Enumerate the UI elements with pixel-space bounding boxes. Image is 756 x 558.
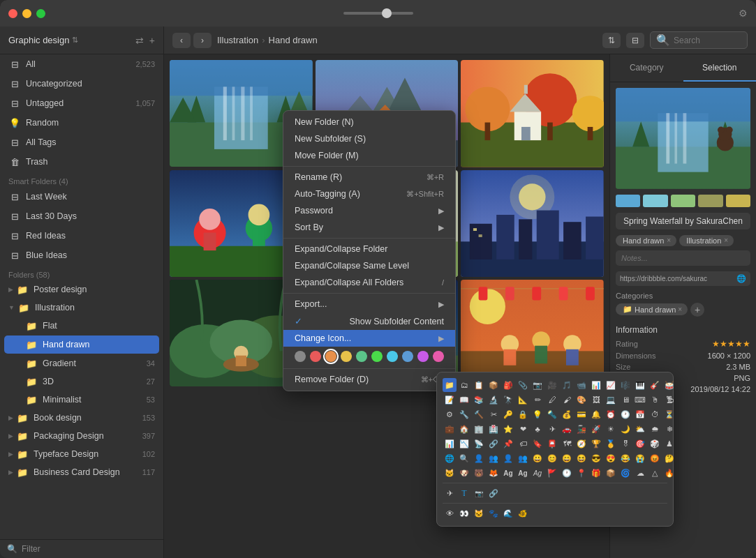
icon-cell-47[interactable]: ⏳ bbox=[662, 407, 676, 421]
cm-export[interactable]: Export... ▶ bbox=[283, 296, 455, 312]
color-dot-yellow[interactable] bbox=[341, 351, 352, 362]
icon-cell-91[interactable]: 😍 bbox=[604, 451, 618, 465]
cat-remove[interactable]: × bbox=[678, 306, 682, 313]
icon-cell-74[interactable]: 🏆 bbox=[589, 437, 603, 451]
cm-expand-all[interactable]: Expand/Collapse All Folders / bbox=[283, 274, 455, 291]
icon-cell-52[interactable]: ⭐ bbox=[501, 422, 515, 436]
sidebar-item-blue-ideas[interactable]: ⊟ Blue Ideas bbox=[0, 246, 163, 265]
icon-cell-8[interactable]: 🎵 bbox=[560, 378, 574, 392]
icon-cell-101[interactable]: Ag bbox=[516, 466, 530, 480]
icon-cell-51[interactable]: 🏥 bbox=[487, 422, 501, 436]
icon-cell-instagram[interactable]: 📷 bbox=[472, 486, 486, 500]
icon-cell-eye[interactable]: 👁 bbox=[443, 506, 457, 520]
icon-cell-15[interactable]: 🥁 bbox=[662, 378, 676, 392]
sidebar-item-business-card[interactable]: ▶ 📁 Business Card Design 117 bbox=[0, 463, 163, 481]
tab-selection[interactable]: Selection bbox=[683, 54, 757, 82]
icon-cell-25[interactable]: 🎨 bbox=[575, 393, 588, 407]
icon-cell-50[interactable]: 🏢 bbox=[472, 422, 486, 436]
icon-cell-103[interactable]: 🚩 bbox=[545, 466, 559, 480]
icon-cell-1[interactable]: 🗂 bbox=[457, 378, 471, 392]
icon-cell-43[interactable]: ⏰ bbox=[604, 407, 618, 421]
icon-cell-27[interactable]: 💻 bbox=[604, 393, 618, 407]
icon-cell-34[interactable]: 🔨 bbox=[472, 407, 486, 421]
icon-cell-19[interactable]: 🔬 bbox=[487, 393, 501, 407]
icon-cell-93[interactable]: 😭 bbox=[633, 451, 647, 465]
icon-cell-69[interactable]: 🏷 bbox=[516, 437, 530, 451]
icon-cell-39[interactable]: 🔦 bbox=[545, 407, 559, 421]
icon-cell-92[interactable]: 😂 bbox=[618, 451, 632, 465]
color-dot-light-green[interactable] bbox=[371, 351, 383, 362]
sidebar-item-typeface[interactable]: ▶ 📁 Typeface Design 102 bbox=[0, 445, 163, 463]
icon-cell-60[interactable]: 🌙 bbox=[618, 422, 632, 436]
sort-button[interactable]: ⇅ bbox=[602, 33, 621, 48]
cm-expand-collapse[interactable]: Expand/Collapse Folder bbox=[283, 241, 455, 257]
icon-cell-100[interactable]: Ag bbox=[501, 466, 515, 480]
icon-cell-twitter[interactable]: 𝕋 bbox=[457, 486, 471, 500]
icon-cell-89[interactable]: 😆 bbox=[575, 451, 588, 465]
icon-cell-46[interactable]: ⏱ bbox=[648, 407, 662, 421]
icon-cell-80[interactable]: 🌐 bbox=[443, 451, 457, 465]
icon-cell-79[interactable]: ♟ bbox=[662, 437, 676, 451]
icon-cell-42[interactable]: 🔔 bbox=[589, 407, 603, 421]
icon-cell-44[interactable]: 🕐 bbox=[618, 407, 632, 421]
icon-cell-17[interactable]: 📖 bbox=[457, 393, 471, 407]
icon-cell-81[interactable]: 🔍 bbox=[457, 451, 471, 465]
icon-cell-26[interactable]: 🖼 bbox=[589, 393, 603, 407]
icon-cell-29[interactable]: ⌨ bbox=[633, 393, 647, 407]
icon-cell-53[interactable]: ❤ bbox=[516, 422, 530, 436]
color-dot-blue[interactable] bbox=[402, 351, 413, 362]
minimize-button[interactable] bbox=[22, 9, 31, 18]
icon-cell-95[interactable]: 🤔 bbox=[662, 451, 676, 465]
icon-cell-40[interactable]: 💰 bbox=[560, 407, 574, 421]
icon-cell-98[interactable]: 🐻 bbox=[472, 466, 486, 480]
icon-cell-62[interactable]: 🌧 bbox=[648, 422, 662, 436]
icon-cell-9[interactable]: 📹 bbox=[575, 378, 588, 392]
color-dot-red[interactable] bbox=[310, 351, 321, 362]
icon-cell-49[interactable]: 🏠 bbox=[457, 422, 471, 436]
color-dot-pink[interactable] bbox=[433, 351, 444, 362]
icon-cell-33[interactable]: 🔧 bbox=[457, 407, 471, 421]
add-category-button[interactable]: + bbox=[690, 303, 704, 317]
icon-cell-65[interactable]: 📉 bbox=[457, 437, 471, 451]
icon-cell-102[interactable]: Ag bbox=[531, 466, 544, 480]
icon-cell-wave[interactable]: 🌊 bbox=[501, 506, 515, 520]
icon-cell-35[interactable]: ✂ bbox=[487, 407, 501, 421]
cm-sort-by[interactable]: Sort By ▶ bbox=[283, 219, 455, 236]
tag-hand-drawn-remove[interactable]: × bbox=[667, 236, 671, 244]
icon-cell-20[interactable]: 🔭 bbox=[501, 393, 515, 407]
icon-cell-107[interactable]: 📦 bbox=[604, 466, 618, 480]
sidebar-item-poster-design[interactable]: ▶ 📁 Poster design bbox=[0, 280, 163, 299]
sidebar-item-trash[interactable]: 🗑 Trash bbox=[0, 152, 163, 172]
icon-cell-paw[interactable]: 🐾 bbox=[487, 506, 501, 520]
icon-cell-32[interactable]: ⚙ bbox=[443, 407, 457, 421]
icon-cell-18[interactable]: 📚 bbox=[472, 393, 486, 407]
icon-cell-76[interactable]: 🎖 bbox=[618, 437, 632, 451]
icon-cell-68[interactable]: 📌 bbox=[501, 437, 515, 451]
cm-rename[interactable]: Rename (R) ⌘+R bbox=[283, 169, 455, 186]
sidebar-item-book-design[interactable]: ▶ 📁 Book design 153 bbox=[0, 409, 163, 427]
icon-cell-28[interactable]: 🖥 bbox=[618, 393, 632, 407]
cm-password[interactable]: Password ▶ bbox=[283, 202, 455, 219]
icon-cell-3[interactable]: 📦 bbox=[487, 378, 501, 392]
icon-cell-6[interactable]: 📷 bbox=[531, 378, 544, 392]
icon-cell-61[interactable]: ⛅ bbox=[633, 422, 647, 436]
image-title[interactable] bbox=[616, 213, 750, 229]
icon-cell-83[interactable]: 👥 bbox=[487, 451, 501, 465]
sidebar-item-packaging[interactable]: ▶ 📁 Packaging Design 397 bbox=[0, 427, 163, 445]
icon-cell-55[interactable]: ✈ bbox=[545, 422, 559, 436]
icon-cell-5[interactable]: 📎 bbox=[516, 378, 530, 392]
icon-cell-105[interactable]: 📍 bbox=[575, 466, 588, 480]
sidebar-item-minimalist[interactable]: 📁 Minimalist 53 bbox=[0, 391, 163, 409]
sidebar-item-uncategorized[interactable]: ⊟ Uncategorized bbox=[0, 74, 163, 93]
icon-cell-99[interactable]: 🦊 bbox=[487, 466, 501, 480]
filter-button[interactable]: ⊟ bbox=[626, 33, 644, 48]
cm-new-subfolder[interactable]: New Subfolder (S) bbox=[283, 130, 455, 147]
close-button[interactable] bbox=[8, 9, 17, 18]
color-dot-orange[interactable] bbox=[325, 351, 336, 362]
icon-cell-88[interactable]: 😄 bbox=[560, 451, 574, 465]
cm-remove-folder[interactable]: Remove Folder (D) ⌘+⌫ bbox=[283, 371, 455, 388]
icon-cell-36[interactable]: 🔑 bbox=[501, 407, 515, 421]
icon-cell-77[interactable]: 🎯 bbox=[633, 437, 647, 451]
color-dot-gray[interactable] bbox=[295, 351, 306, 362]
icon-cell-87[interactable]: 😊 bbox=[545, 451, 559, 465]
